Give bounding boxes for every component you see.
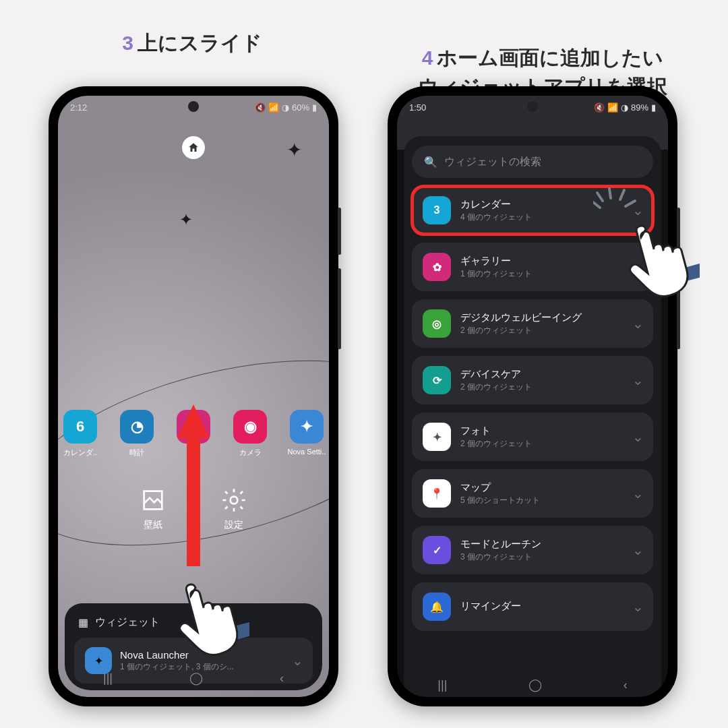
chevron-down-icon: ⌄: [292, 653, 303, 669]
status-battery: 60%: [292, 102, 309, 113]
widget-row-maps[interactable]: 📍 マップ5 個のショートカット ⌄: [412, 469, 653, 518]
status-time: 2:12: [70, 102, 87, 113]
app-calendar[interactable]: 6 カレンダ..: [59, 410, 101, 458]
recents-icon[interactable]: |||: [103, 671, 113, 686]
status-battery: 89%: [631, 102, 648, 113]
devicecare-icon: ⟳: [423, 366, 451, 394]
widget-row-modes[interactable]: ✓ モードとルーチン3 個のウィジェット ⌄: [412, 526, 653, 574]
chevron-down-icon: ⌄: [632, 542, 644, 558]
step3-label: 3上にスライド: [47, 28, 337, 58]
hand-cursor-icon: [619, 206, 700, 301]
wallpaper-option[interactable]: 壁紙: [140, 487, 166, 531]
chevron-down-icon: ⌄: [632, 429, 644, 445]
widgets-grid-icon: ▦: [78, 616, 88, 629]
widget-row-photos[interactable]: ✦ フォト2 個のウィジェット ⌄: [412, 413, 653, 461]
step3-num: 3: [122, 32, 133, 54]
reminder-icon: 🔔: [423, 593, 451, 621]
photos-icon: ✦: [423, 423, 451, 451]
app-nova-settings[interactable]: ✦ Nova Setti..: [286, 410, 328, 458]
svg-line-6: [626, 201, 635, 206]
gear-icon: [220, 487, 247, 514]
step3-text: 上にスライド: [138, 32, 262, 54]
svg-line-2: [593, 202, 600, 208]
swipe-up-arrow: [173, 398, 214, 573]
nav-bar: ||| ◯ ‹: [397, 677, 668, 693]
status-time: 1:50: [409, 102, 426, 113]
settings-option[interactable]: 設定: [220, 487, 247, 531]
back-icon[interactable]: ‹: [624, 678, 628, 692]
clock-icon: ◔: [120, 410, 154, 444]
svg-line-4: [609, 189, 611, 198]
gallery-icon: ✿: [423, 253, 451, 281]
svg-point-0: [231, 497, 238, 504]
hand-cursor-icon: [169, 565, 249, 659]
phone4-screen: 1:50 🔇📶◑89%▮ 🔍 ウィジェットの検索 3 カレンダー4 個のウィジェ…: [397, 96, 668, 697]
svg-line-5: [620, 190, 624, 200]
wellbeing-icon: ◎: [423, 309, 451, 338]
search-icon: 🔍: [424, 156, 437, 169]
search-input[interactable]: 🔍 ウィジェットの検索: [412, 146, 653, 178]
widget-row-devicecare[interactable]: ⟳ デバイスケア2 個のウィジェット ⌄: [412, 356, 653, 404]
modes-icon: ✓: [423, 536, 451, 564]
search-placeholder: ウィジェットの検索: [444, 155, 541, 169]
chevron-down-icon: ⌄: [632, 315, 644, 332]
back-icon[interactable]: ‹: [280, 671, 284, 686]
widget-row-reminder[interactable]: 🔔 リマインダー ⌄: [412, 582, 653, 631]
chevron-down-icon: ⌄: [632, 485, 644, 502]
app-camera[interactable]: ◉ カメラ: [229, 410, 271, 458]
chevron-down-icon: ⌄: [632, 599, 644, 615]
nova-settings-icon: ✦: [290, 410, 324, 444]
maps-icon: 📍: [423, 479, 451, 508]
step4-num: 4: [422, 47, 433, 69]
calendar-icon: 6: [63, 410, 97, 444]
app-clock[interactable]: ◔ 時計: [116, 410, 158, 458]
widget-row-gallery[interactable]: ✿ ギャラリー1 個のウィジェット ⌄: [412, 243, 653, 291]
wallpaper-icon: [140, 487, 166, 514]
phone-step4: 1:50 🔇📶◑89%▮ 🔍 ウィジェットの検索 3 カレンダー4 個のウィジェ…: [388, 86, 677, 706]
status-bar: 2:12 🔇📶◑60%▮: [58, 96, 329, 119]
status-bar: 1:50 🔇📶◑89%▮: [397, 96, 668, 119]
chevron-down-icon: ⌄: [632, 372, 644, 388]
widgets-header: ウィジェット: [95, 615, 160, 630]
home-nav-icon[interactable]: ◯: [528, 677, 542, 692]
recents-icon[interactable]: |||: [437, 678, 447, 692]
home-nav-icon[interactable]: ◯: [189, 671, 203, 686]
home-icon[interactable]: [182, 136, 205, 159]
svg-line-3: [597, 193, 603, 201]
calendar-icon: 3: [423, 196, 451, 224]
widget-row-wellbeing[interactable]: ◎ デジタルウェルビーイング2 個のウィジェット ⌄: [412, 299, 653, 348]
nav-bar: ||| ◯ ‹: [65, 670, 322, 686]
camera-icon: ◉: [233, 410, 267, 444]
